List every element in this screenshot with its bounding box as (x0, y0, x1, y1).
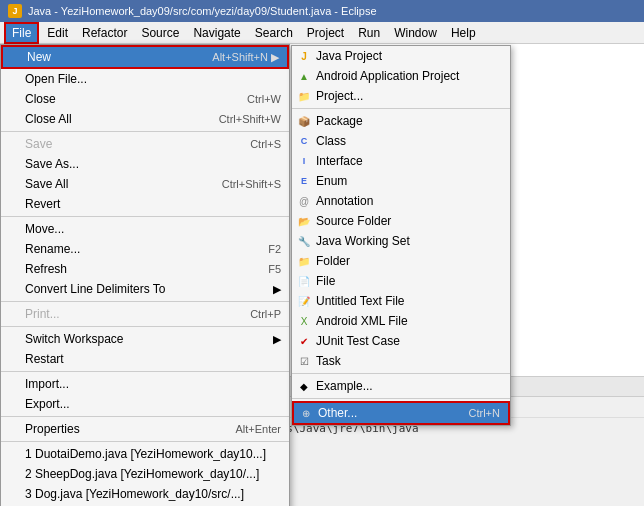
submenu-source-folder[interactable]: 📂 Source Folder (292, 211, 510, 231)
main-area: Problems Javadoc Declaration Console ☲ ■… (0, 44, 644, 506)
menu-import[interactable]: Import... (1, 374, 289, 394)
menu-edit[interactable]: Edit (41, 24, 74, 42)
new-shortcut: Alt+Shift+N ▶ (212, 51, 279, 64)
menu-new[interactable]: New Alt+Shift+N ▶ (1, 45, 289, 69)
menu-rename[interactable]: Rename... F2 (1, 239, 289, 259)
menu-save-as[interactable]: Save As... (1, 154, 289, 174)
menu-bar: File Edit Refactor Source Navigate Searc… (0, 22, 644, 44)
package-icon: 📦 (296, 113, 312, 129)
title-bar: J Java - YeziHomework_day09/src/com/yezi… (0, 0, 644, 22)
file-menu-dropdown[interactable]: New Alt+Shift+N ▶ Open File... Close Ctr… (0, 44, 290, 506)
new-submenu[interactable]: J Java Project ▲ Android Application Pro… (291, 45, 511, 426)
submenu-example[interactable]: ◆ Example... (292, 376, 510, 396)
menu-search[interactable]: Search (249, 24, 299, 42)
sep6 (1, 416, 289, 417)
menu-recent-2[interactable]: 2 SheepDog.java [YeziHomework_day10/...] (1, 464, 289, 484)
sep1 (1, 131, 289, 132)
other-icon: ⊕ (298, 405, 314, 421)
submenu-class[interactable]: C Class (292, 131, 510, 151)
sub-sep3 (292, 398, 510, 399)
menu-open-file[interactable]: Open File... (1, 69, 289, 89)
menu-save[interactable]: Save Ctrl+S (1, 134, 289, 154)
menu-convert-line[interactable]: Convert Line Delimiters To ▶ (1, 279, 289, 299)
submenu-interface[interactable]: I Interface (292, 151, 510, 171)
submenu-other[interactable]: ⊕ Other... Ctrl+N (292, 401, 510, 425)
menu-close[interactable]: Close Ctrl+W (1, 89, 289, 109)
new-label: New (27, 50, 51, 64)
annotation-icon: @ (296, 193, 312, 209)
sep5 (1, 371, 289, 372)
submenu-untitled-text[interactable]: 📝 Untitled Text File (292, 291, 510, 311)
app-icon: J (8, 4, 22, 18)
sep7 (1, 441, 289, 442)
submenu-package[interactable]: 📦 Package (292, 111, 510, 131)
menu-export[interactable]: Export... (1, 394, 289, 414)
menu-revert[interactable]: Revert (1, 194, 289, 214)
menu-help[interactable]: Help (445, 24, 482, 42)
submenu-junit-test[interactable]: ✔ JUnit Test Case (292, 331, 510, 351)
sep2 (1, 216, 289, 217)
menu-save-all[interactable]: Save All Ctrl+Shift+S (1, 174, 289, 194)
menu-properties[interactable]: Properties Alt+Enter (1, 419, 289, 439)
submenu-project[interactable]: 📁 Project... (292, 86, 510, 106)
interface-icon: I (296, 153, 312, 169)
editor-area: Problems Javadoc Declaration Console ☲ ■… (0, 44, 644, 506)
sep3 (1, 301, 289, 302)
example-icon: ◆ (296, 378, 312, 394)
submenu-android-xml[interactable]: X Android XML File (292, 311, 510, 331)
menu-navigate[interactable]: Navigate (187, 24, 246, 42)
java-project-icon: J (296, 48, 312, 64)
menu-switch-workspace[interactable]: Switch Workspace ▶ (1, 329, 289, 349)
text-file-icon: 📝 (296, 293, 312, 309)
sub-sep2 (292, 373, 510, 374)
submenu-file[interactable]: 📄 File (292, 271, 510, 291)
menu-recent-3[interactable]: 3 Dog.java [YeziHomework_day10/src/...] (1, 484, 289, 504)
submenu-java-project[interactable]: J Java Project (292, 46, 510, 66)
android-icon: ▲ (296, 68, 312, 84)
junit-icon: ✔ (296, 333, 312, 349)
submenu-task[interactable]: ☑ Task (292, 351, 510, 371)
window-title: Java - YeziHomework_day09/src/com/yezi/d… (28, 5, 377, 17)
menu-recent-1[interactable]: 1 DuotaiDemo.java [YeziHomework_day10...… (1, 444, 289, 464)
folder-icon: 📁 (296, 253, 312, 269)
submenu-android-project[interactable]: ▲ Android Application Project (292, 66, 510, 86)
submenu-folder[interactable]: 📁 Folder (292, 251, 510, 271)
sub-sep1 (292, 108, 510, 109)
file-icon: 📄 (296, 273, 312, 289)
menu-print[interactable]: Print... Ctrl+P (1, 304, 289, 324)
working-set-icon: 🔧 (296, 233, 312, 249)
menu-move[interactable]: Move... (1, 219, 289, 239)
menu-restart[interactable]: Restart (1, 349, 289, 369)
enum-icon: E (296, 173, 312, 189)
menu-window[interactable]: Window (388, 24, 443, 42)
menu-refactor[interactable]: Refactor (76, 24, 133, 42)
sep4 (1, 326, 289, 327)
menu-source[interactable]: Source (135, 24, 185, 42)
menu-close-all[interactable]: Close All Ctrl+Shift+W (1, 109, 289, 129)
class-icon: C (296, 133, 312, 149)
menu-run[interactable]: Run (352, 24, 386, 42)
menu-project[interactable]: Project (301, 24, 350, 42)
submenu-java-working-set[interactable]: 🔧 Java Working Set (292, 231, 510, 251)
menu-refresh[interactable]: Refresh F5 (1, 259, 289, 279)
project-icon: 📁 (296, 88, 312, 104)
task-icon: ☑ (296, 353, 312, 369)
android-xml-icon: X (296, 313, 312, 329)
submenu-annotation[interactable]: @ Annotation (292, 191, 510, 211)
menu-file[interactable]: File (4, 22, 39, 44)
source-folder-icon: 📂 (296, 213, 312, 229)
submenu-enum[interactable]: E Enum (292, 171, 510, 191)
